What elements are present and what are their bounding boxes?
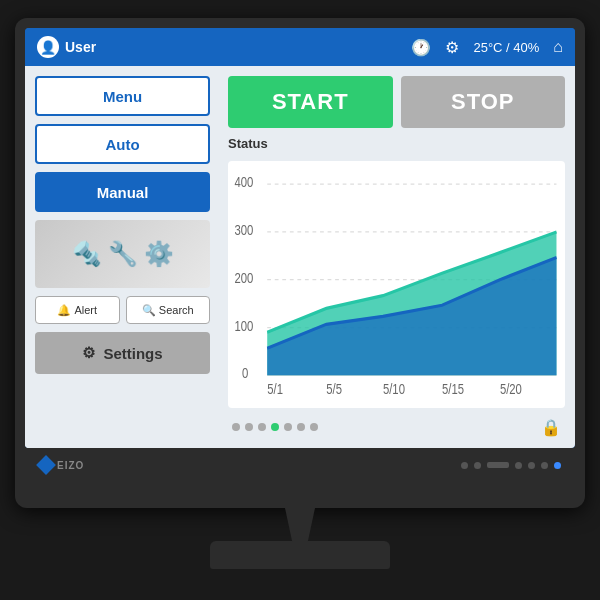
dot-5[interactable] [284, 423, 292, 431]
status-label: Status [228, 136, 565, 151]
search-button[interactable]: 🔍 Search [126, 296, 211, 324]
top-bar: 👤 User 🕐 ⚙ 25°C / 40% ⌂ [25, 28, 575, 66]
svg-text:100: 100 [235, 317, 254, 334]
settings-label: Settings [103, 345, 162, 362]
screw-icon-3: ⚙️ [144, 240, 174, 268]
chart-container: 400 300 200 100 0 5/1 5/5 [228, 161, 565, 408]
user-avatar-icon: 👤 [37, 36, 59, 58]
dots-row [232, 423, 318, 431]
dot-2[interactable] [245, 423, 253, 431]
menu-button[interactable]: Menu [35, 76, 210, 116]
right-panel: START STOP Status 400 300 200 100 0 [220, 66, 575, 448]
monitor-btn-2[interactable] [474, 462, 481, 469]
monitor-power-btn[interactable] [554, 462, 561, 469]
dot-7[interactable] [310, 423, 318, 431]
auto-button[interactable]: Auto [35, 124, 210, 164]
search-icon: 🔍 [142, 304, 156, 317]
svg-text:5/10: 5/10 [383, 381, 405, 398]
user-section: 👤 User [37, 36, 96, 58]
monitor-bottom-bar: EIZO [25, 452, 575, 478]
monitor-stand-base [210, 541, 390, 569]
left-panel: Menu Auto Manual 🔩 🔧 ⚙️ 🔔 Alert [25, 66, 220, 448]
action-buttons: 🔔 Alert 🔍 Search [35, 296, 210, 324]
lock-icon[interactable]: 🔒 [541, 418, 561, 437]
monitor-btn-rect[interactable] [487, 462, 509, 468]
dot-4-active[interactable] [271, 423, 279, 431]
gear-icon: ⚙ [82, 344, 95, 362]
svg-text:0: 0 [242, 365, 248, 382]
search-label: Search [159, 304, 194, 316]
dot-6[interactable] [297, 423, 305, 431]
user-label: User [65, 39, 96, 55]
eizo-diamond-icon [36, 455, 56, 475]
svg-text:400: 400 [235, 174, 254, 191]
monitor-hardware-buttons [461, 462, 561, 469]
svg-text:5/20: 5/20 [500, 381, 522, 398]
start-button[interactable]: START [228, 76, 393, 128]
eizo-logo: EIZO [39, 458, 84, 472]
control-buttons: START STOP [228, 76, 565, 128]
top-bar-icons: 🕐 ⚙ 25°C / 40% ⌂ [411, 38, 563, 57]
alert-button[interactable]: 🔔 Alert [35, 296, 120, 324]
main-content: Menu Auto Manual 🔩 🔧 ⚙️ 🔔 Alert [25, 66, 575, 448]
trend-chart: 400 300 200 100 0 5/1 5/5 [232, 165, 559, 404]
product-image-area: 🔩 🔧 ⚙️ [35, 220, 210, 288]
monitor-btn-4[interactable] [528, 462, 535, 469]
svg-text:5/5: 5/5 [326, 381, 342, 398]
monitor-outer: 👤 User 🕐 ⚙ 25°C / 40% ⌂ Menu Auto Manual [15, 18, 585, 508]
screw-icon-2: 🔧 [108, 240, 138, 268]
screws-image: 🔩 🔧 ⚙️ [35, 220, 210, 288]
settings-button[interactable]: ⚙ Settings [35, 332, 210, 374]
stop-button[interactable]: STOP [401, 76, 566, 128]
svg-text:300: 300 [235, 222, 254, 239]
bell-icon: 🔔 [57, 304, 71, 317]
alert-label: Alert [74, 304, 97, 316]
svg-text:5/15: 5/15 [442, 381, 464, 398]
pagination-area: 🔒 [228, 416, 565, 438]
svg-text:200: 200 [235, 270, 254, 287]
eizo-brand-label: EIZO [57, 460, 84, 471]
monitor-btn-1[interactable] [461, 462, 468, 469]
monitor-btn-3[interactable] [515, 462, 522, 469]
manual-button[interactable]: Manual [35, 172, 210, 212]
clock-icon[interactable]: 🕐 [411, 38, 431, 57]
screw-icon-1: 🔩 [72, 240, 102, 268]
screen: 👤 User 🕐 ⚙ 25°C / 40% ⌂ Menu Auto Manual [25, 28, 575, 448]
svg-text:5/1: 5/1 [267, 381, 283, 398]
filter-icon[interactable]: ⚙ [445, 38, 459, 57]
home-icon[interactable]: ⌂ [553, 38, 563, 56]
dot-1[interactable] [232, 423, 240, 431]
temperature-display: 25°C / 40% [473, 40, 539, 55]
monitor-stand-neck [275, 508, 325, 543]
dot-3[interactable] [258, 423, 266, 431]
monitor-btn-5[interactable] [541, 462, 548, 469]
